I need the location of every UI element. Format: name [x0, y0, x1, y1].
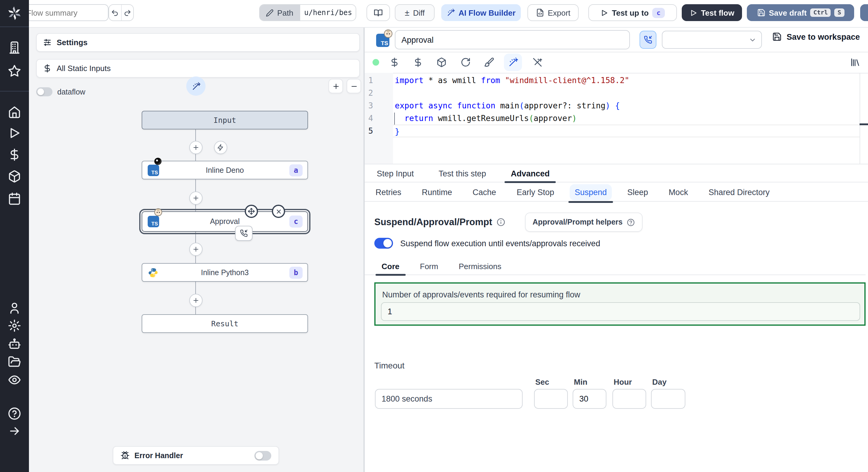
editor-scroll-boundary [860, 73, 860, 164]
resources-package-icon[interactable] [8, 170, 21, 183]
format-paintbrush-icon[interactable] [484, 57, 494, 67]
library-icon[interactable] [850, 57, 860, 67]
reload-refresh-icon[interactable] [461, 57, 471, 67]
zoom-out-button[interactable] [347, 79, 361, 93]
subtab-suspend[interactable]: Suspend [570, 184, 612, 200]
error-handler-card[interactable]: Error Handler [113, 446, 279, 465]
info-icon[interactable] [496, 218, 505, 226]
subtab-early-stop[interactable]: Early Stop [512, 184, 559, 200]
subtab-runtime[interactable]: Runtime [417, 184, 457, 200]
workers-robot-icon[interactable] [8, 338, 21, 351]
diff-button[interactable]: ± Diff [395, 4, 435, 21]
ai-graph-wand-button[interactable] [186, 76, 206, 96]
graph-node-inline-python3[interactable]: Inline Python3 b [142, 263, 308, 282]
approval-prompt-helpers-button[interactable]: Approval/Prompt helpers [525, 212, 643, 232]
tab-core[interactable]: Core [379, 257, 402, 275]
tab-test-this-step[interactable]: Test this step [436, 165, 489, 182]
home-icon[interactable] [8, 105, 21, 119]
save-to-workspace-button[interactable]: Save to workspace [772, 32, 860, 41]
export-button[interactable]: Export [527, 4, 579, 21]
tab-step-input[interactable]: Step Input [374, 165, 416, 182]
dollar-icon [43, 64, 52, 73]
graph-node-result[interactable]: Result [142, 314, 308, 333]
test-flow-button[interactable]: Test flow [682, 4, 742, 21]
step-name-input[interactable] [395, 30, 630, 49]
plus-minus-icon: ± [405, 8, 409, 18]
test-up-to-button[interactable]: Test up to c [588, 4, 677, 21]
wand-off-icon[interactable] [532, 57, 542, 67]
ai-wand-icon[interactable] [508, 57, 518, 67]
static-inputs-dollar-icon[interactable] [413, 57, 423, 67]
error-handler-toggle[interactable] [254, 451, 271, 460]
suspend-heading-row: Suspend/Approval/Prompt Approval/Prompt … [374, 212, 643, 232]
workspace-building-icon[interactable] [8, 41, 21, 54]
tab-form[interactable]: Form [417, 257, 441, 275]
typescript-icon: TS [148, 216, 159, 227]
subtab-cache[interactable]: Cache [468, 184, 501, 200]
add-trigger-zap-button[interactable] [214, 141, 227, 154]
path-button[interactable]: Path u/henri/bes [259, 4, 356, 21]
graph-node-input[interactable]: Input [142, 111, 308, 129]
runs-play-icon[interactable] [8, 127, 21, 140]
help-icon[interactable] [8, 407, 21, 420]
python-icon [148, 267, 158, 278]
node-id-badge: a [289, 164, 303, 176]
zoom-in-button[interactable] [329, 79, 343, 93]
flow-summary-input[interactable] [20, 4, 108, 21]
favorites-star-icon[interactable] [8, 64, 21, 78]
subtab-mock[interactable]: Mock [664, 184, 693, 200]
subtab-shared-directory[interactable]: Shared Directory [704, 184, 775, 200]
ai-flow-builder-button[interactable]: AI Flow Builder [441, 4, 521, 21]
windmill-logo-icon[interactable] [7, 5, 22, 21]
suspend-enable-toggle[interactable] [374, 238, 393, 249]
timeout-hour-input[interactable] [613, 389, 646, 409]
script-version-select[interactable] [662, 31, 762, 49]
audit-eye-icon[interactable] [8, 373, 21, 386]
flow-editor-panel: Settings All Static Inputs dataflow Inpu… [29, 27, 365, 472]
test-up-to-label: Test up to [612, 8, 649, 17]
subtab-sleep[interactable]: Sleep [622, 184, 653, 200]
user-icon[interactable] [8, 302, 21, 315]
folders-icon[interactable] [8, 355, 21, 368]
subtab-retries[interactable]: Retries [371, 184, 406, 200]
settings-gear-icon[interactable] [8, 319, 21, 332]
tab-advanced[interactable]: Advanced [508, 165, 552, 182]
step-detail-panel: TS Save to workspace [365, 27, 868, 472]
node-label: Inline Deno [206, 166, 244, 174]
typescript-icon: TS [148, 164, 159, 176]
ai-flow-builder-label: AI Flow Builder [458, 8, 516, 17]
timeout-sec-input[interactable] [534, 389, 568, 409]
tab-permissions[interactable]: Permissions [456, 257, 504, 275]
timeout-min-input[interactable] [572, 389, 607, 409]
redo-button[interactable] [121, 5, 133, 21]
help-circle-icon [627, 218, 635, 226]
add-step-button[interactable] [189, 294, 203, 307]
move-icon [248, 208, 255, 215]
variables-dollar-icon[interactable] [390, 57, 400, 67]
docs-button[interactable] [367, 4, 390, 21]
add-step-button[interactable] [189, 192, 203, 205]
hour-label: Hour [614, 377, 632, 386]
approvals-required-input[interactable] [381, 302, 860, 321]
dataflow-toggle[interactable] [36, 87, 53, 96]
export-label: Export [548, 8, 570, 17]
expand-sidebar-icon[interactable] [8, 425, 21, 438]
add-step-button[interactable] [189, 243, 203, 256]
code-editor[interactable]: 1import * as wmill from "windmill-client… [365, 73, 868, 164]
timeout-summary-input[interactable] [375, 389, 523, 409]
save-draft-button[interactable]: Save draft Ctrl S [747, 4, 854, 21]
graph-node-inline-deno[interactable]: TS Inline Deno a [142, 161, 308, 179]
schedules-calendar-icon[interactable] [8, 192, 21, 205]
baby-emoji-icon [384, 30, 393, 38]
add-step-button[interactable] [189, 141, 203, 154]
undo-button[interactable] [109, 5, 121, 21]
all-static-inputs-button[interactable]: All Static Inputs [36, 59, 360, 78]
variables-dollar-icon[interactable] [8, 148, 21, 161]
flow-settings-button[interactable]: Settings [36, 33, 360, 52]
timeout-day-input[interactable] [651, 389, 685, 409]
suspend-phone-button[interactable] [640, 31, 656, 49]
move-node-button[interactable] [245, 205, 258, 218]
deploy-button-partial[interactable] [860, 4, 868, 21]
delete-node-button[interactable] [272, 205, 285, 218]
package-icon[interactable] [436, 57, 447, 67]
